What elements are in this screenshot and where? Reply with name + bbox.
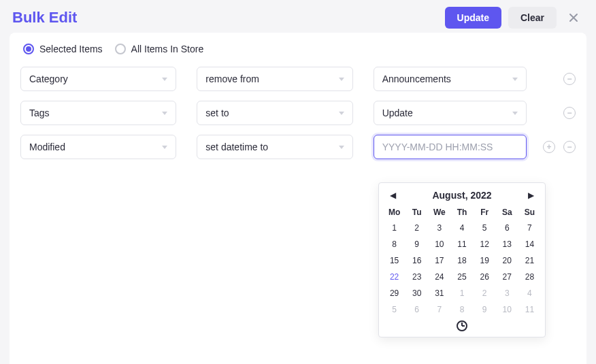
datepicker-dow: Fr: [474, 205, 496, 220]
datepicker-day[interactable]: 10: [428, 236, 450, 252]
rule-value-select[interactable]: Announcements: [374, 67, 527, 91]
datepicker-day[interactable]: 9: [474, 301, 496, 318]
datepicker-popup: ◀ August, 2022 ▶ MoTuWeThFrSaSu123456789…: [378, 182, 546, 337]
rule-value-text: Announcements: [382, 73, 451, 84]
rule-field-value: Category: [29, 73, 68, 84]
datepicker-day[interactable]: 29: [383, 285, 405, 301]
scope-all-label: All Items In Store: [131, 44, 204, 54]
chevron-down-icon: [339, 112, 344, 115]
chevron-down-icon: [339, 146, 344, 149]
chevron-down-icon: [162, 78, 167, 81]
datepicker-day[interactable]: 2: [405, 220, 428, 236]
datepicker-day[interactable]: 9: [405, 236, 428, 252]
datepicker-day[interactable]: 3: [428, 220, 450, 236]
rule-value-text: Update: [382, 107, 413, 118]
datepicker-day[interactable]: 26: [474, 269, 496, 285]
datepicker-header: ◀ August, 2022 ▶: [383, 190, 541, 205]
datepicker-footer: [383, 318, 541, 331]
datepicker-title[interactable]: August, 2022: [432, 190, 491, 201]
rule-op-select[interactable]: set to: [197, 101, 352, 125]
datepicker-dow: Mo: [383, 205, 405, 220]
datepicker-day[interactable]: 10: [496, 301, 518, 318]
datepicker-day[interactable]: 24: [428, 269, 450, 285]
rule-datetime-input[interactable]: [374, 135, 527, 159]
remove-rule-button[interactable]: −: [563, 141, 576, 153]
datepicker-day[interactable]: 7: [518, 220, 541, 236]
datepicker-day[interactable]: 7: [428, 301, 450, 318]
rule-op-value: set to: [205, 107, 229, 118]
page-title: Bulk Edit: [12, 9, 77, 27]
radio-checked-icon: [23, 44, 34, 54]
rules-list: Category remove from Announcements + − T…: [20, 67, 576, 159]
rule-row: Modified set datetime to + −: [20, 135, 576, 159]
remove-rule-button[interactable]: −: [563, 73, 576, 85]
datepicker-day[interactable]: 23: [405, 269, 428, 285]
rule-row-actions: + −: [543, 107, 576, 119]
rule-field-select[interactable]: Tags: [20, 101, 176, 125]
datepicker-day[interactable]: 11: [450, 236, 473, 252]
datepicker-day[interactable]: 20: [496, 252, 518, 269]
scope-selected-items[interactable]: Selected Items: [23, 44, 103, 54]
datepicker-day[interactable]: 1: [383, 220, 405, 236]
chevron-down-icon: [512, 78, 518, 81]
chevron-down-icon: [339, 78, 344, 81]
datepicker-day[interactable]: 4: [450, 220, 473, 236]
datepicker-day[interactable]: 14: [518, 236, 541, 252]
datepicker-day[interactable]: 3: [496, 285, 518, 301]
datepicker-day[interactable]: 21: [518, 252, 541, 269]
rule-op-select[interactable]: remove from: [197, 67, 352, 91]
datepicker-day[interactable]: 18: [450, 252, 473, 269]
rule-op-value: set datetime to: [205, 142, 268, 152]
datepicker-day[interactable]: 8: [450, 301, 473, 318]
rule-field-select[interactable]: Modified: [20, 135, 176, 159]
datepicker-next-month[interactable]: ▶: [528, 191, 534, 200]
datepicker-day[interactable]: 8: [383, 236, 405, 252]
rule-field-value: Tags: [29, 107, 50, 118]
datepicker-dow: Sa: [496, 205, 518, 220]
rule-value-select[interactable]: Update: [374, 101, 527, 125]
datepicker-dow: Tu: [405, 205, 428, 220]
chevron-down-icon: [162, 112, 167, 115]
chevron-down-icon: [162, 146, 167, 149]
clear-button[interactable]: Clear: [508, 7, 557, 29]
rule-row: Tags set to Update + −: [20, 101, 576, 125]
datepicker-dow: We: [428, 205, 450, 220]
datepicker-day[interactable]: 31: [428, 285, 450, 301]
datepicker-day[interactable]: 5: [383, 301, 405, 318]
datepicker-day[interactable]: 27: [496, 269, 518, 285]
rule-row-actions: + −: [543, 141, 576, 153]
clock-icon[interactable]: [457, 320, 467, 331]
datepicker-day[interactable]: 16: [405, 252, 428, 269]
datepicker-day[interactable]: 17: [428, 252, 450, 269]
datepicker-day[interactable]: 15: [383, 252, 405, 269]
rule-field-select[interactable]: Category: [20, 67, 176, 91]
remove-rule-button[interactable]: −: [563, 107, 576, 119]
datepicker-grid: MoTuWeThFrSaSu12345678910111213141516171…: [383, 205, 541, 318]
datepicker-day[interactable]: 28: [518, 269, 541, 285]
datepicker-day[interactable]: 6: [405, 301, 428, 318]
rule-op-value: remove from: [205, 73, 259, 84]
datepicker-day[interactable]: 13: [496, 236, 518, 252]
datepicker-day[interactable]: 4: [518, 285, 541, 301]
datepicker-day[interactable]: 30: [405, 285, 428, 301]
datepicker-prev-month[interactable]: ◀: [390, 191, 396, 200]
datepicker-day[interactable]: 6: [496, 220, 518, 236]
datepicker-day[interactable]: 5: [474, 220, 496, 236]
datepicker-day[interactable]: 11: [518, 301, 541, 318]
rule-op-select[interactable]: set datetime to: [197, 135, 352, 159]
datepicker-dow: Su: [518, 205, 541, 220]
datepicker-day[interactable]: 12: [474, 236, 496, 252]
rule-row-actions: + −: [543, 73, 576, 85]
radio-unchecked-icon: [115, 44, 126, 54]
datepicker-day[interactable]: 1: [450, 285, 473, 301]
update-button[interactable]: Update: [445, 7, 501, 29]
add-rule-button[interactable]: +: [543, 141, 555, 153]
datepicker-day[interactable]: 25: [450, 269, 473, 285]
header-actions: Update Clear: [445, 7, 584, 29]
datepicker-day[interactable]: 2: [474, 285, 496, 301]
rule-field-value: Modified: [29, 142, 65, 152]
datepicker-day[interactable]: 22: [383, 269, 405, 285]
datepicker-day[interactable]: 19: [474, 252, 496, 269]
close-icon[interactable]: [563, 7, 584, 28]
scope-all-items[interactable]: All Items In Store: [115, 44, 204, 54]
